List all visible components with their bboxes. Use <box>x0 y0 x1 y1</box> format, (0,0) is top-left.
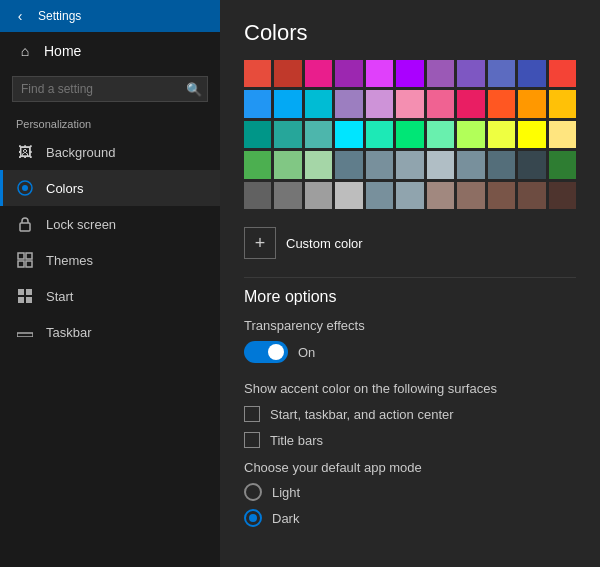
checkbox-start[interactable] <box>244 406 260 422</box>
color-swatch[interactable] <box>518 121 545 148</box>
color-swatch[interactable] <box>549 182 576 209</box>
color-swatch[interactable] <box>396 151 423 178</box>
section-label: Personalization <box>0 112 220 134</box>
color-swatch[interactable] <box>549 90 576 117</box>
color-swatch[interactable] <box>549 60 576 87</box>
color-swatch[interactable] <box>396 90 423 117</box>
search-icon: 🔍 <box>186 82 202 97</box>
custom-color-label: Custom color <box>286 236 363 251</box>
start-label: Start <box>46 289 73 304</box>
back-button[interactable]: ‹ <box>10 6 30 26</box>
sidebar-item-lockscreen[interactable]: Lock screen <box>0 206 220 242</box>
checkbox-row-titlebars[interactable]: Title bars <box>244 432 576 448</box>
search-box: 🔍 <box>12 76 208 102</box>
color-swatch[interactable] <box>549 151 576 178</box>
svg-rect-3 <box>18 253 24 259</box>
color-swatch[interactable] <box>488 182 515 209</box>
color-swatch[interactable] <box>457 121 484 148</box>
color-swatch[interactable] <box>396 60 423 87</box>
color-swatch[interactable] <box>427 60 454 87</box>
color-swatch[interactable] <box>518 151 545 178</box>
custom-color-button[interactable]: + Custom color <box>244 223 576 267</box>
color-swatch[interactable] <box>488 60 515 87</box>
color-swatch[interactable] <box>457 151 484 178</box>
color-swatch[interactable] <box>305 121 332 148</box>
color-swatch[interactable] <box>335 151 362 178</box>
color-swatch[interactable] <box>488 90 515 117</box>
sidebar-item-home[interactable]: ⌂ Home <box>0 32 220 70</box>
color-swatch[interactable] <box>274 121 301 148</box>
color-swatch[interactable] <box>427 90 454 117</box>
transparency-on-label: On <box>298 345 315 360</box>
more-options-title: More options <box>244 288 576 306</box>
color-swatch[interactable] <box>244 151 271 178</box>
color-swatch[interactable] <box>427 121 454 148</box>
radio-row-light[interactable]: Light <box>244 483 576 501</box>
radio-dark[interactable] <box>244 509 262 527</box>
sidebar: ‹ Settings ⌂ Home 🔍 Personalization 🖼 Ba… <box>0 0 220 567</box>
color-swatch[interactable] <box>274 151 301 178</box>
color-swatch[interactable] <box>366 60 393 87</box>
color-swatch[interactable] <box>457 90 484 117</box>
sidebar-item-themes[interactable]: Themes <box>0 242 220 278</box>
home-icon: ⌂ <box>16 42 34 60</box>
color-swatch[interactable] <box>396 182 423 209</box>
color-swatch[interactable] <box>549 121 576 148</box>
color-swatch[interactable] <box>396 121 423 148</box>
colors-label: Colors <box>46 181 84 196</box>
color-swatch[interactable] <box>488 151 515 178</box>
color-swatch[interactable] <box>305 151 332 178</box>
color-swatch[interactable] <box>457 182 484 209</box>
color-swatch[interactable] <box>335 60 362 87</box>
plus-icon: + <box>244 227 276 259</box>
transparency-label: Transparency effects <box>244 318 576 333</box>
svg-rect-8 <box>26 289 32 295</box>
color-swatch[interactable] <box>488 121 515 148</box>
sidebar-item-background[interactable]: 🖼 Background <box>0 134 220 170</box>
color-swatch[interactable] <box>244 90 271 117</box>
color-swatch[interactable] <box>305 182 332 209</box>
color-swatch[interactable] <box>335 90 362 117</box>
toggle-track <box>244 341 288 363</box>
color-swatch[interactable] <box>274 60 301 87</box>
color-swatch[interactable] <box>518 182 545 209</box>
color-swatch[interactable] <box>335 182 362 209</box>
titlebar: ‹ Settings <box>0 0 220 32</box>
sidebar-item-start[interactable]: Start <box>0 278 220 314</box>
color-swatch[interactable] <box>518 60 545 87</box>
radio-light[interactable] <box>244 483 262 501</box>
color-swatch[interactable] <box>518 90 545 117</box>
color-swatch[interactable] <box>244 182 271 209</box>
color-swatch[interactable] <box>427 182 454 209</box>
accent-surface-label: Show accent color on the following surfa… <box>244 381 576 396</box>
checkbox-row-start[interactable]: Start, taskbar, and action center <box>244 406 576 422</box>
radio-row-dark[interactable]: Dark <box>244 509 576 527</box>
color-swatch[interactable] <box>366 90 393 117</box>
sidebar-item-taskbar[interactable]: Taskbar <box>0 314 220 350</box>
toggle-thumb <box>268 344 284 360</box>
color-swatch[interactable] <box>305 90 332 117</box>
radio-light-label: Light <box>272 485 300 500</box>
page-title: Colors <box>244 20 576 46</box>
choose-mode-label: Choose your default app mode <box>244 460 576 475</box>
colors-icon <box>16 179 34 197</box>
svg-rect-11 <box>17 333 33 337</box>
color-swatch[interactable] <box>427 151 454 178</box>
checkbox-start-label: Start, taskbar, and action center <box>270 407 454 422</box>
color-swatch[interactable] <box>366 151 393 178</box>
sidebar-item-colors[interactable]: Colors <box>0 170 220 206</box>
color-swatch[interactable] <box>274 182 301 209</box>
color-swatch[interactable] <box>244 121 271 148</box>
lockscreen-label: Lock screen <box>46 217 116 232</box>
color-swatch[interactable] <box>305 60 332 87</box>
color-swatch[interactable] <box>457 60 484 87</box>
svg-point-1 <box>22 185 28 191</box>
color-swatch[interactable] <box>244 60 271 87</box>
search-input[interactable] <box>12 76 208 102</box>
color-swatch[interactable] <box>274 90 301 117</box>
color-swatch[interactable] <box>366 121 393 148</box>
transparency-toggle[interactable] <box>244 341 288 363</box>
color-swatch[interactable] <box>366 182 393 209</box>
color-swatch[interactable] <box>335 121 362 148</box>
checkbox-titlebars[interactable] <box>244 432 260 448</box>
